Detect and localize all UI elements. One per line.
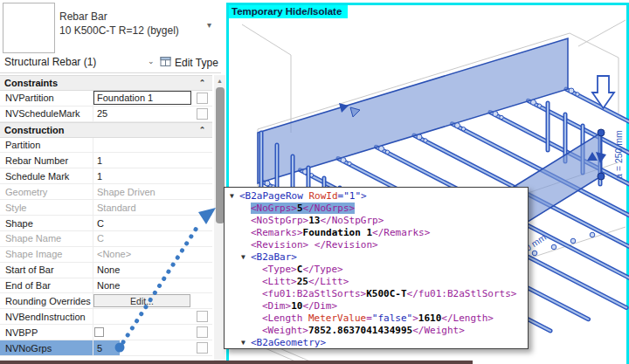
expand-collapse-icon[interactable]: ▼ bbox=[230, 190, 239, 203]
property-label: Start of Bar bbox=[0, 263, 93, 278]
property-value[interactable]: C bbox=[93, 216, 192, 230]
parameter-extra-column bbox=[192, 106, 212, 121]
xml-text: <NoStpGrp>13</NoStpGrp> bbox=[251, 215, 384, 226]
edit-type-label: Edit Type bbox=[175, 57, 218, 69]
expand-collapse-icon[interactable]: ▼ bbox=[241, 337, 251, 349]
properties-palette: Rebar Bar 10 K500C-T R=12 (bygel) ▾ Stru… bbox=[0, 0, 225, 364]
temporary-hide-isolate-banner: Temporary Hide/Isolate bbox=[229, 5, 348, 18]
xml-line: ▼<B2aGeometry> bbox=[230, 337, 522, 349]
property-input[interactable]: Foundation 1 bbox=[93, 91, 191, 105]
edit-type-icon bbox=[160, 56, 171, 70]
property-row-start-of-bar[interactable]: Start of BarNone bbox=[0, 263, 212, 278]
property-row-nvschedulemark[interactable]: NVScheduleMark25 bbox=[0, 106, 212, 122]
category-label: Constraints bbox=[0, 76, 192, 90]
xml-selected-text: <NoGrps>5</NoGrps> bbox=[251, 203, 355, 214]
associate-parameter-button[interactable] bbox=[197, 93, 208, 104]
xml-text: <B2aGeometry> bbox=[251, 337, 326, 348]
property-label: Rebar Number bbox=[0, 153, 93, 168]
property-value[interactable]: Foundation 1 bbox=[93, 91, 192, 106]
revit-window: a = 250 mm 0 mm Temporary Hide/Isolate R… bbox=[0, 0, 629, 364]
xml-line: ▼<B2aBar> bbox=[230, 251, 522, 264]
property-row-shape-name[interactable]: Shape NameC bbox=[0, 231, 212, 247]
type-selector[interactable]: Rebar Bar 10 K500C-T R=12 (bygel) bbox=[59, 10, 179, 38]
type-name: 10 K500C-T R=12 (bygel) bbox=[59, 24, 179, 38]
property-row-rebar-number[interactable]: Rebar Number1 bbox=[0, 153, 212, 168]
parameter-extra-column bbox=[192, 168, 212, 183]
type-selector-dropdown-icon[interactable]: ▾ bbox=[207, 20, 211, 30]
property-row-shape[interactable]: ShapeC bbox=[0, 216, 212, 231]
property-value[interactable]: None bbox=[93, 263, 192, 278]
property-label: Shape Image bbox=[0, 247, 93, 262]
collapse-icon[interactable]: ⌃ bbox=[192, 76, 212, 90]
property-row-nvbpp[interactable]: NVBPP bbox=[0, 325, 212, 340]
xml-line: <Length MeterValue="false">1610</Length> bbox=[230, 312, 522, 325]
selection-label: Structural Rebar (1) bbox=[4, 56, 96, 68]
parameter-extra-column bbox=[192, 153, 212, 168]
parameter-extra-column bbox=[192, 200, 212, 215]
xml-line: <Weight>7852.8637041434995</Weight> bbox=[230, 325, 522, 337]
property-label: NVNoGrps bbox=[0, 340, 93, 355]
parameter-extra-column bbox=[192, 263, 212, 278]
type-preview-image bbox=[3, 3, 55, 53]
xml-text: <Length MeterValue="false">1610</Length> bbox=[262, 312, 494, 324]
property-row-partition[interactable]: Partition bbox=[0, 138, 212, 154]
parameter-extra-column bbox=[192, 91, 212, 106]
property-label: NVBendInstruction bbox=[0, 309, 93, 324]
edit-type-button[interactable]: Edit Type bbox=[160, 54, 218, 72]
property-value[interactable]: Edit... bbox=[93, 293, 192, 308]
property-value[interactable]: <None> bbox=[93, 247, 192, 262]
property-value[interactable]: C bbox=[93, 231, 192, 246]
property-row-rounding-overrides[interactable]: Rounding OverridesEdit... bbox=[0, 293, 212, 309]
property-value[interactable]: 5 bbox=[93, 340, 192, 355]
property-value[interactable] bbox=[93, 138, 192, 153]
property-row-style[interactable]: StyleStandard bbox=[0, 200, 212, 216]
property-row-nvpartition[interactable]: NVPartitionFoundation 1 bbox=[0, 91, 212, 106]
scrollbar-thumb[interactable] bbox=[216, 87, 225, 223]
property-label: Rounding Overrides bbox=[0, 293, 93, 308]
xml-text: <Dim>10</Dim> bbox=[262, 300, 337, 312]
property-value[interactable] bbox=[93, 309, 192, 324]
property-value[interactable]: Standard bbox=[93, 200, 192, 215]
property-row-geometry[interactable]: GeometryShape Driven bbox=[0, 184, 212, 200]
selection-row: Structural Rebar (1) ⌄ Edit Type bbox=[0, 54, 225, 72]
checkbox[interactable] bbox=[94, 327, 104, 337]
associate-parameter-button[interactable] bbox=[197, 311, 208, 322]
xml-line: <Litt>25</Litt> bbox=[230, 276, 522, 288]
property-row-nvbendinstruction[interactable]: NVBendInstruction bbox=[0, 309, 212, 325]
property-row-shape-image[interactable]: Shape Image<None> bbox=[0, 247, 212, 263]
associate-parameter-button[interactable] bbox=[197, 326, 208, 338]
property-row-nvnogrps[interactable]: NVNoGrps5 bbox=[0, 340, 212, 356]
parameter-extra-column bbox=[192, 184, 212, 199]
property-label: Geometry bbox=[0, 184, 93, 199]
parameter-extra-column bbox=[192, 216, 212, 230]
scrollbar-up-icon[interactable]: ▲ bbox=[214, 75, 225, 86]
property-value[interactable]: Shape Driven bbox=[93, 184, 192, 199]
parameter-extra-column bbox=[192, 293, 212, 308]
parameter-extra-column bbox=[192, 231, 212, 246]
xml-line: <Type>C</Type> bbox=[230, 264, 522, 276]
property-label: End of Bar bbox=[0, 278, 93, 293]
property-value[interactable]: 1 bbox=[93, 168, 192, 183]
parameter-extra-column bbox=[192, 278, 212, 293]
selection-dropdown-icon[interactable]: ⌄ bbox=[148, 57, 155, 65]
collapse-icon[interactable]: ⌃ bbox=[192, 123, 212, 137]
category-header[interactable]: Construction⌃ bbox=[0, 122, 212, 138]
xml-text: <Revision> </Revision> bbox=[251, 239, 378, 251]
property-value[interactable]: 1 bbox=[93, 153, 192, 168]
parameter-extra-column bbox=[192, 247, 212, 262]
category-header[interactable]: Constraints⌃ bbox=[0, 75, 212, 91]
property-value[interactable] bbox=[93, 325, 192, 340]
property-value[interactable]: 25 bbox=[93, 106, 192, 121]
property-label: NVBPP bbox=[0, 325, 93, 340]
property-label: NVPartition bbox=[0, 91, 93, 106]
property-label: Schedule Mark bbox=[0, 168, 93, 183]
property-value[interactable]: None bbox=[93, 278, 192, 293]
associate-parameter-button[interactable] bbox=[197, 108, 208, 120]
expand-collapse-icon[interactable]: ▼ bbox=[241, 251, 251, 264]
property-row-schedule-mark[interactable]: Schedule Mark1 bbox=[0, 168, 212, 184]
property-row-end-of-bar[interactable]: End of BarNone bbox=[0, 278, 212, 294]
associate-parameter-button[interactable] bbox=[197, 342, 208, 354]
xml-tooltip-popup: ▼<B2aPageRow RowId="1"><NoGrps>5</NoGrps… bbox=[224, 187, 529, 349]
xml-text: <fu01:B2aStlSorts>K500C-T</fu01:B2aStlSo… bbox=[262, 288, 516, 299]
edit-overrides-button[interactable]: Edit... bbox=[93, 294, 190, 307]
